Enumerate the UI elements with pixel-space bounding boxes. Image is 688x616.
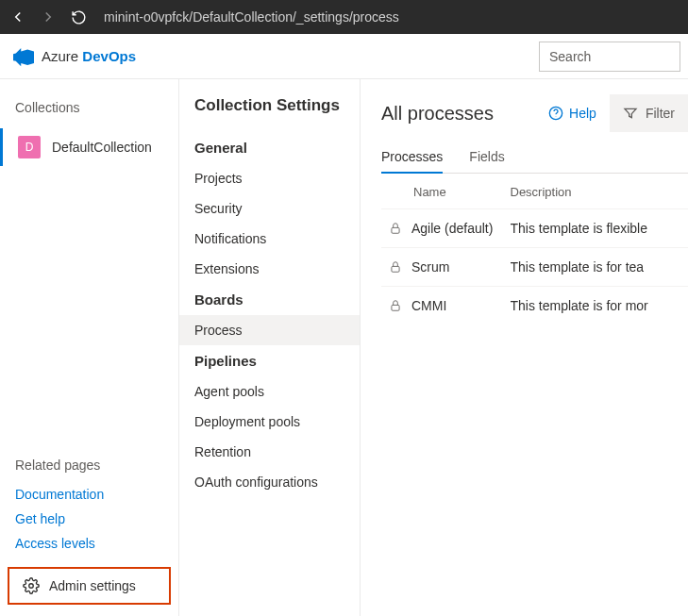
svg-rect-4 (392, 266, 399, 272)
page-title: All processes (381, 103, 494, 125)
filter-label: Filter (646, 106, 675, 121)
process-description: This template is for mor (511, 287, 689, 325)
group-pipelines: Pipelines (179, 345, 360, 376)
process-name: CMMI (411, 298, 446, 313)
process-name: Scrum (411, 259, 449, 275)
collection-avatar: D (18, 136, 41, 158)
tabs: Processes Fields (381, 142, 688, 174)
help-icon (548, 106, 563, 121)
app-header: Azure DevOps Search (0, 34, 688, 79)
back-button[interactable] (8, 7, 28, 27)
table-row[interactable]: Agile (default) This template is flexibl… (381, 209, 688, 248)
svg-rect-3 (392, 227, 399, 233)
settings-nav: Collection Settings General Projects Sec… (179, 79, 361, 616)
lock-icon (389, 299, 402, 312)
nav-deployment-pools[interactable]: Deployment pools (179, 407, 360, 437)
url-bar[interactable]: minint-o0vpfck/DefaultCollection/_settin… (98, 9, 680, 25)
group-boards: Boards (179, 284, 360, 315)
brand-text-light: Azure (42, 48, 82, 64)
link-documentation[interactable]: Documentation (0, 482, 178, 507)
tab-fields[interactable]: Fields (469, 142, 504, 173)
nav-security[interactable]: Security (179, 193, 360, 224)
browser-chrome: minint-o0vpfck/DefaultCollection/_settin… (0, 0, 688, 34)
collections-heading: Collections (0, 100, 178, 128)
nav-retention[interactable]: Retention (179, 437, 360, 467)
tab-processes[interactable]: Processes (381, 142, 443, 174)
content-area: All processes Help Filter Processes Fiel… (361, 79, 688, 616)
process-table: Name Description Agile (default) This te… (381, 174, 688, 325)
process-description: This template is for tea (511, 248, 689, 287)
col-name: Name (381, 174, 511, 209)
brand-logo[interactable]: Azure DevOps (13, 46, 136, 67)
group-general: General (179, 132, 360, 163)
nav-agent-pools[interactable]: Agent pools (179, 376, 360, 407)
lock-icon (389, 222, 402, 235)
link-access-levels[interactable]: Access levels (0, 531, 178, 556)
nav-process[interactable]: Process (179, 315, 360, 345)
search-placeholder: Search (549, 49, 591, 64)
admin-settings-button[interactable]: Admin settings (8, 567, 171, 605)
nav-oauth[interactable]: OAuth configurations (179, 467, 360, 497)
col-description: Description (511, 174, 689, 209)
process-name: Agile (default) (411, 221, 493, 236)
svg-point-0 (29, 584, 34, 589)
nav-extensions[interactable]: Extensions (179, 254, 360, 284)
process-description: This template is flexible (511, 209, 689, 248)
search-input[interactable]: Search (539, 42, 680, 72)
refresh-button[interactable] (68, 7, 89, 27)
collection-item-default[interactable]: D DefaultCollection (0, 128, 178, 166)
settings-title: Collection Settings (179, 96, 360, 132)
filter-button[interactable]: Filter (610, 94, 688, 132)
related-pages-heading: Related pages (0, 458, 178, 482)
svg-rect-5 (392, 305, 399, 310)
help-link[interactable]: Help (535, 98, 610, 128)
lock-icon (389, 260, 402, 274)
table-row[interactable]: Scrum This template is for tea (381, 248, 688, 287)
gear-icon (23, 577, 40, 594)
azure-devops-icon (13, 46, 34, 67)
nav-notifications[interactable]: Notifications (179, 224, 360, 254)
help-label: Help (569, 106, 596, 121)
link-get-help[interactable]: Get help (0, 507, 178, 531)
left-sidebar: Collections D DefaultCollection Related … (0, 79, 179, 616)
collection-name: DefaultCollection (52, 140, 152, 155)
nav-projects[interactable]: Projects (179, 163, 360, 193)
admin-settings-label: Admin settings (49, 578, 136, 593)
table-row[interactable]: CMMI This template is for mor (381, 287, 688, 325)
forward-button[interactable] (38, 7, 59, 27)
filter-icon (623, 106, 638, 121)
brand-text-strong: DevOps (82, 48, 136, 64)
